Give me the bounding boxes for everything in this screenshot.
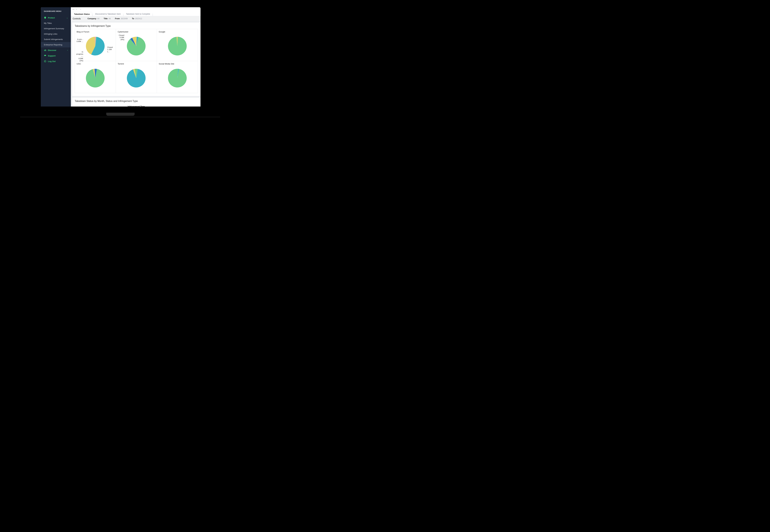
sidebar-title: DASHBOARD MENU — [41, 10, 71, 15]
panel-title: Takedown Status by Month, Status and Inf… — [75, 100, 198, 103]
pie-chart — [159, 66, 196, 91]
undo-step-icon[interactable] — [76, 8, 78, 11]
device-chin — [106, 113, 135, 116]
pie-chart — [118, 66, 155, 91]
report-scroll-area[interactable]: Takedowns by Infringement Type Blog or F… — [71, 21, 200, 107]
pie-cell-blog: Blog or Forum In pro...0.89K ... Closed1… — [75, 29, 116, 61]
pie-cell-cyberlocker: Cyberlocker Closed0.36K (4%) — [116, 29, 157, 61]
pie-cell-social: Social Media Site — [157, 61, 198, 93]
control-label: To — [132, 18, 134, 20]
sidebar-item-my-titles[interactable]: My Titles — [41, 20, 71, 26]
sidebar-item-label: Support — [48, 55, 56, 57]
pie-title: Social Media Site — [159, 63, 196, 65]
sidebar-item-support[interactable]: Support — [41, 53, 71, 58]
table-group-header: Infringement Type — [75, 104, 198, 107]
sidebar-item-enterprise-reporting[interactable]: Enterprise Reporting — [41, 42, 71, 47]
pie-chart: In pro...0.89K ... Closed1.15K (... In p… — [77, 34, 114, 58]
controls-bar: Controls Company All Title All From 2023… — [71, 16, 200, 21]
control-to[interactable]: To 2023/12 — [132, 18, 142, 20]
main-content: Takedown Status Discovered to Takedown S… — [71, 7, 200, 107]
tab-separator — [92, 14, 93, 16]
control-title[interactable]: Title All — [104, 18, 111, 20]
pie-title: Torrent — [118, 63, 155, 65]
chevron-right-icon: › — [67, 49, 68, 51]
control-value: 2023/09 — [121, 18, 128, 20]
pie-title: UGC — [77, 63, 114, 65]
sidebar-item-label: Discover — [48, 49, 56, 51]
undo-icon[interactable] — [72, 8, 75, 11]
svg-rect-0 — [44, 50, 45, 51]
pie-label: Closed0.36K (4%) — [118, 34, 124, 41]
panel-title: Takedowns by Infringement Type — [75, 25, 198, 27]
logout-icon — [44, 60, 46, 62]
app-window: DASHBOARD MENU Protect ⌄ My Titles Infri… — [41, 7, 200, 107]
bars-icon — [44, 49, 46, 51]
sidebar-item-discover[interactable]: Discover › — [41, 47, 71, 53]
controls-heading: Controls — [73, 17, 81, 20]
svg-rect-1 — [45, 49, 45, 51]
device-shadow — [20, 117, 220, 117]
pie-grid: Blog or Forum In pro...0.89K ... Closed1… — [75, 29, 198, 93]
control-value: 2023/12 — [135, 18, 142, 20]
pie-chart — [159, 34, 196, 58]
sidebar-item-infringement-summary[interactable]: Infringement Summary — [41, 26, 71, 31]
control-label: Title — [104, 18, 107, 20]
tab-separator — [123, 14, 123, 16]
shield-icon — [44, 16, 46, 19]
pie-label: In progress -...0.04K (2%) — [76, 51, 83, 62]
tab-sent-to-complete[interactable]: Takedown Sent to Complete — [124, 12, 152, 16]
pie-cell-ugc: UGC — [75, 61, 116, 93]
tab-takedown-status[interactable]: Takedown Status — [72, 12, 92, 16]
pie-chart — [77, 66, 114, 91]
control-company[interactable]: Company All — [87, 18, 99, 20]
report-tabs: Takedown Status Discovered to Takedown S… — [71, 12, 200, 16]
pie-title: Blog or Forum — [77, 31, 114, 33]
sidebar-item-label: Log Out — [48, 60, 56, 62]
sidebar-item-infringing-links[interactable]: Infringing Links — [41, 31, 71, 37]
redo-step-icon[interactable] — [79, 8, 81, 11]
history-toolbar — [71, 7, 200, 12]
chevron-down-icon: ⌄ — [66, 17, 68, 19]
pie-chart: Closed0.36K (4%) — [118, 34, 155, 58]
control-from[interactable]: From 2023/09 — [115, 18, 127, 20]
sidebar: DASHBOARD MENU Protect ⌄ My Titles Infri… — [41, 7, 71, 107]
svg-rect-2 — [46, 50, 46, 51]
sidebar-item-protect[interactable]: Protect ⌄ — [41, 15, 71, 20]
control-value: All — [108, 18, 111, 20]
sidebar-item-submit-infringements[interactable]: Submit Infringements — [41, 37, 71, 42]
pie-cell-google: Google — [157, 29, 198, 61]
control-label: From — [115, 18, 120, 20]
pie-label: In pro...0.89K ... — [77, 38, 83, 43]
pie-label: Closed1.15K (... — [107, 46, 114, 53]
chat-icon — [44, 54, 46, 57]
pie-title: Google — [159, 31, 196, 33]
tab-discovered-to-sent[interactable]: Discovered to Takedown Sent — [93, 12, 123, 16]
panel-takedown-by-month: Takedown Status by Month, Status and Inf… — [72, 97, 200, 107]
panel-takedowns-by-type: Takedowns by Infringement Type Blog or F… — [72, 22, 200, 96]
sidebar-item-label: Protect — [48, 17, 55, 19]
control-value: All — [97, 18, 99, 20]
control-label: Company — [87, 18, 96, 20]
pie-title: Cyberlocker — [118, 31, 155, 33]
sidebar-item-logout[interactable]: Log Out — [41, 58, 71, 64]
pie-cell-torrent: Torrent — [116, 61, 157, 93]
